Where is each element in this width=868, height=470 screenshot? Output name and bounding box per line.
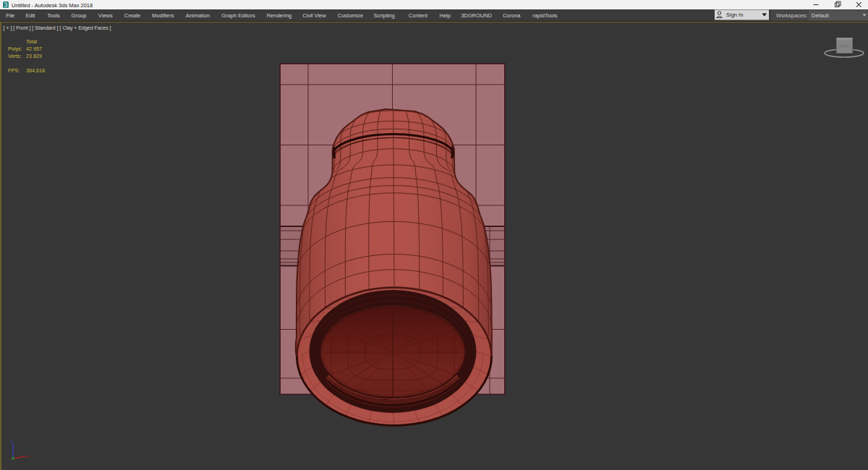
svg-text:rapidTools: rapidTools [532, 12, 557, 19]
svg-text:File: File [6, 12, 14, 19]
svg-text:Help: Help [439, 12, 450, 19]
svg-text:Customize: Customize [338, 12, 363, 19]
svg-text:Graph Editors: Graph Editors [221, 12, 255, 19]
svg-text:Workspaces:: Workspaces: [776, 12, 807, 19]
svg-text:Default: Default [812, 12, 830, 19]
svg-text:Edit: Edit [26, 12, 36, 19]
svg-text:23 829: 23 829 [26, 53, 42, 59]
svg-text:Polys:: Polys: [8, 46, 22, 52]
svg-text:Rendering: Rendering [267, 12, 292, 19]
svg-text:42 957: 42 957 [26, 46, 42, 52]
svg-text:Sign In: Sign In [726, 12, 743, 18]
svg-text:Untitled - Autodesk 3ds Max 20: Untitled - Autodesk 3ds Max 2018 [12, 2, 93, 9]
svg-text:364,618: 364,618 [26, 67, 45, 74]
svg-text:3DGROUND: 3DGROUND [461, 12, 493, 19]
svg-text:Views: Views [98, 12, 113, 19]
svg-text:FPS:: FPS: [8, 67, 20, 74]
svg-text:Content: Content [409, 12, 428, 19]
svg-text:Create: Create [124, 12, 141, 19]
svg-text:z: z [11, 438, 13, 443]
svg-text:Tools: Tools [47, 12, 60, 19]
svg-text:Scripting: Scripting [374, 12, 395, 19]
svg-text:FRONT: FRONT [839, 45, 851, 48]
svg-text:Animation: Animation [186, 12, 210, 19]
svg-text:[ + ] [ Front ] [ Standard ] [: [ + ] [ Front ] [ Standard ] [ Clay + Ed… [4, 25, 111, 31]
svg-text:Modifiers: Modifiers [152, 12, 174, 19]
svg-text:Group: Group [72, 12, 87, 19]
svg-text:Total: Total [26, 38, 38, 45]
svg-text:Civil View: Civil View [302, 12, 326, 19]
svg-text:Corona: Corona [503, 12, 521, 19]
svg-text:Verts:: Verts: [8, 53, 21, 59]
